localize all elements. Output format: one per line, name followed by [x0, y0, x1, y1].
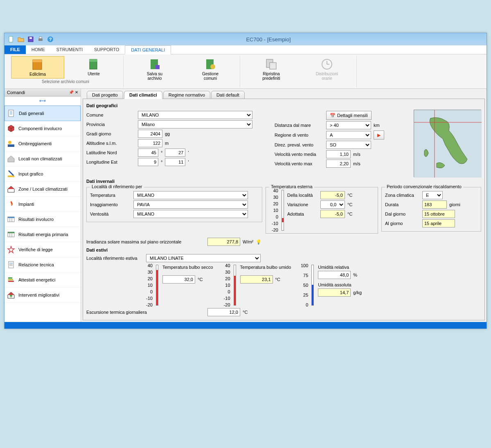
sidebar-item-locali-non-clim[interactable]: Locali non climatizzati [5, 151, 81, 167]
sidebar-item-componenti[interactable]: Componenti involucro [5, 121, 81, 136]
ribbon-edilclima[interactable]: Edilclima [11, 56, 64, 79]
menu-file[interactable]: FILE [5, 45, 26, 54]
tab-dati-progetto[interactable]: Dati progetto [87, 91, 123, 99]
menu-home[interactable]: HOME [26, 45, 51, 54]
sidebar-item-risultati-energia[interactable]: Risultati energia primaria [5, 227, 81, 242]
menu-dati-generali[interactable]: DATI GENERALI [125, 45, 171, 54]
new-file-icon[interactable] [8, 36, 14, 43]
help-icon[interactable]: ? [47, 36, 54, 43]
report-icon [7, 261, 15, 269]
svg-rect-12 [155, 65, 160, 69]
svg-rect-10 [90, 59, 97, 62]
section-geo-title: Dati geografici [86, 103, 481, 108]
svg-rect-28 [8, 217, 14, 218]
svg-text:?: ? [49, 37, 52, 42]
svg-point-14 [210, 64, 215, 69]
sidebar-item-verifiche[interactable]: Verifiche di legge [5, 242, 81, 257]
loc-estiva-select[interactable]: MILANO LINATE [146, 254, 261, 262]
altitudine-input[interactable] [138, 139, 162, 147]
ribbon-salva-archivio[interactable]: Salva su archivio [128, 56, 181, 82]
escursione-input[interactable] [207, 308, 240, 316]
regione-vento-select[interactable]: A [326, 131, 371, 139]
durata-value: 183 [422, 200, 447, 209]
tab-dati-climatici[interactable]: Dati climatici [124, 91, 162, 99]
loc-irraggiamento-select[interactable]: PAVIA [133, 200, 248, 209]
calendar-icon: 📅 [330, 113, 336, 118]
svg-rect-35 [9, 261, 14, 268]
section-est-title: Dati estivi [86, 248, 481, 252]
svg-rect-32 [8, 232, 14, 233]
menu-strumenti[interactable]: STRUMENTI [51, 45, 88, 54]
thermo-humidity: 100 75 50 25 0 [299, 265, 315, 306]
table-blue-icon [7, 215, 15, 223]
thermo-winter: 40 30 20 10 0 -10 -20 [269, 190, 286, 231]
ruler-pencil-icon [7, 170, 15, 178]
distanza-mare-select[interactable]: > 40 [326, 121, 371, 129]
sidebar-item-dati-generali[interactable]: Dati generali [5, 106, 81, 121]
sidebar-item-relazione[interactable]: Relazione tecnica [5, 257, 81, 272]
comune-select[interactable]: MILANO [138, 111, 252, 119]
tbs-input[interactable] [162, 275, 195, 284]
print-icon[interactable] [37, 36, 44, 43]
temp-variazione-select[interactable]: 0,0 [320, 200, 345, 209]
ribbon-utente[interactable]: Utente [68, 56, 120, 79]
bulb-icon: 💡 [256, 239, 261, 245]
document-icon [7, 109, 16, 117]
umidita-relativa-input[interactable] [318, 271, 351, 279]
tab-regime-normativo[interactable]: Regime normativo [163, 91, 210, 99]
provincia-select[interactable]: Milano [138, 120, 252, 128]
ribbon-group-title-1: Selezione archivio comuni [42, 79, 89, 84]
lon-min-input[interactable] [165, 158, 185, 166]
tab-dati-default[interactable]: Dati default [211, 91, 245, 99]
vento-media-input[interactable] [326, 150, 351, 158]
loc-temperatura-select[interactable]: MILANO [133, 191, 248, 199]
svg-rect-16 [270, 63, 276, 69]
sidebar-item-zone-locali[interactable]: Zone / Locali climatizzati [5, 182, 81, 197]
lat-deg-input[interactable] [138, 149, 158, 157]
lat-min-input[interactable] [165, 149, 185, 157]
umidita-assoluta-value: 14,7 [318, 288, 351, 297]
titlebar: ? EC700 - [Esempio] [5, 33, 486, 45]
zona-climatica-select[interactable]: E [422, 191, 443, 199]
save-icon[interactable] [27, 36, 34, 43]
vento-max-input[interactable] [326, 160, 351, 168]
sidebar-item-interventi[interactable]: Interventi migliorativi [5, 288, 81, 303]
house-red-icon [7, 185, 15, 193]
menu-supporto[interactable]: SUPPORTO [88, 45, 125, 54]
direz-vento-select[interactable]: SO [326, 141, 371, 149]
window-title: EC700 - [Esempio] [54, 36, 483, 43]
ribbon-ripristina[interactable]: Ripristina predefiniti [245, 56, 297, 82]
loc-ventosita-select[interactable]: MILANO [133, 210, 248, 218]
section-inv-title: Dati invernali [86, 179, 481, 184]
svg-rect-39 [8, 277, 12, 279]
pin-icon[interactable]: 📌 ✕ [69, 90, 78, 95]
house-up-icon [7, 291, 15, 299]
lon-deg-input[interactable] [138, 158, 158, 166]
status-bar [5, 322, 486, 329]
star-icon [7, 245, 15, 254]
dettagli-mensili-button[interactable]: 📅 Dettagli mensili [326, 111, 372, 120]
sidebar-item-risultati-involucro[interactable]: Risultati involucro [5, 212, 81, 227]
svg-rect-4 [39, 37, 42, 38]
svg-rect-40 [8, 279, 13, 280]
svg-rect-25 [8, 144, 14, 147]
svg-rect-41 [8, 281, 14, 282]
irradianza-value: 277,8 [207, 238, 240, 246]
play-button[interactable]: ▶ [374, 131, 384, 140]
cube-icon [7, 124, 15, 133]
temp-adottata-value: -5,0 [320, 210, 345, 218]
ribbon-gestione-comuni[interactable]: Gestione comuni [184, 56, 236, 82]
sidebar-item-attestati[interactable]: Attestati energetici [5, 272, 81, 288]
gradi-giorno-input[interactable] [138, 130, 162, 138]
sidebar-item-impianti[interactable]: Impianti [5, 197, 81, 212]
open-folder-icon[interactable] [18, 36, 24, 43]
svg-rect-20 [9, 110, 14, 117]
sidebar-header: Comandi 📌 ✕ [5, 89, 81, 97]
sidebar-item-input-grafico[interactable]: Input grafico [5, 167, 81, 182]
sidebar-collapse-icon[interactable]: ⟷ [5, 97, 81, 106]
italy-map[interactable] [414, 110, 481, 177]
al-giorno-value: 15 aprile [422, 219, 455, 227]
main-content: Dati progetto Dati climatici Regime norm… [81, 89, 486, 322]
svg-rect-8 [33, 60, 42, 62]
sidebar-item-ombreggiamenti[interactable]: Ombreggiamenti [5, 136, 81, 151]
